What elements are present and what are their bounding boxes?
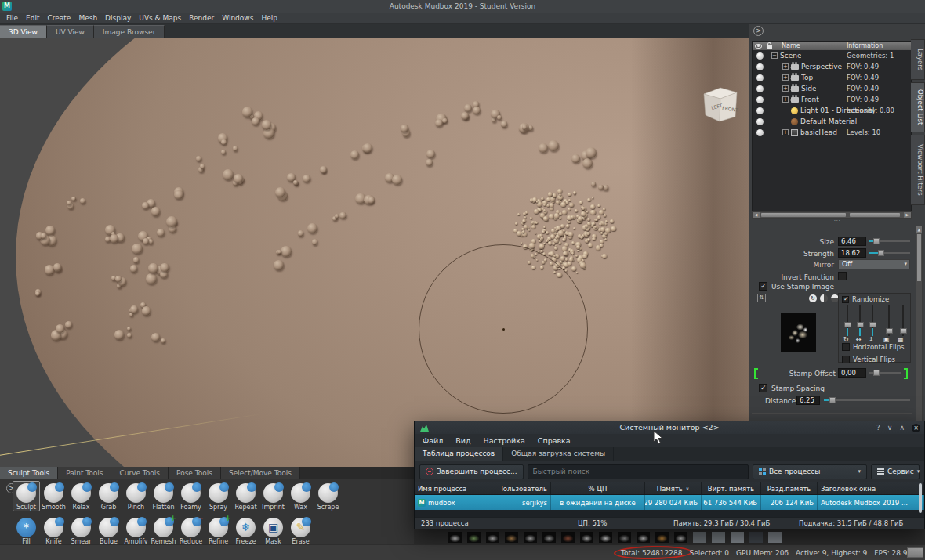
vscroll-thumb[interactable] bbox=[917, 234, 921, 281]
stamp-thumbnail[interactable] bbox=[674, 532, 687, 543]
menu-create[interactable]: Create bbox=[48, 14, 71, 22]
slider-option-icon[interactable]: ↔ bbox=[856, 336, 862, 343]
name-column-header[interactable]: Name bbox=[782, 42, 800, 49]
col-header-цп[interactable]: % ЦП bbox=[551, 482, 645, 494]
slider-handle[interactable] bbox=[869, 322, 876, 327]
menu-display[interactable]: Display bbox=[105, 14, 131, 22]
scene-node-side[interactable]: +SideFOV: 0.49 bbox=[753, 83, 911, 94]
col-header-заголовок-окна[interactable]: Заголовок окна bbox=[818, 482, 924, 494]
randomize-slider-4[interactable] bbox=[888, 305, 890, 336]
slider-option-icon[interactable]: ↕ bbox=[869, 336, 874, 343]
stamp-thumbnail[interactable] bbox=[618, 532, 631, 543]
panel-expand-icon[interactable]: > bbox=[753, 26, 764, 36]
tool-bulge[interactable]: Bulge bbox=[95, 515, 122, 546]
sm-menu-настройка[interactable]: Настройка bbox=[484, 436, 525, 445]
slider-handle[interactable] bbox=[844, 322, 851, 327]
stamp-thumbnail[interactable] bbox=[655, 532, 669, 543]
tool-remesh[interactable]: +Remesh bbox=[150, 515, 177, 546]
visibility-toggle[interactable] bbox=[756, 96, 764, 103]
help-icon[interactable]: ? bbox=[876, 421, 880, 434]
stamp-thumbnail[interactable] bbox=[580, 532, 593, 543]
randomize-slider-2[interactable] bbox=[859, 305, 861, 336]
stamp-thumbnail[interactable] bbox=[448, 532, 462, 543]
scene-node-perspective[interactable]: +PerspectiveFOV: 0.49 bbox=[753, 61, 911, 72]
scene-node-scene[interactable]: −SceneGeometries: 1 bbox=[753, 50, 911, 61]
scene-node-default-material[interactable]: Default Material bbox=[753, 116, 911, 127]
rotate-stamp-icon[interactable]: ↻ bbox=[809, 294, 817, 302]
tool-foamy[interactable]: Foamy bbox=[177, 481, 205, 511]
tool-refine[interactable]: +Refine bbox=[205, 515, 232, 546]
panel-splitter[interactable]: ⋯ bbox=[834, 217, 841, 224]
stamp-thumbnail[interactable] bbox=[524, 532, 537, 543]
slider-handle[interactable] bbox=[900, 328, 907, 334]
col-header-пользователь[interactable]: Пользователь bbox=[502, 482, 551, 494]
tool-knife[interactable]: Knife bbox=[40, 515, 67, 546]
tool-amplify[interactable]: Amplify bbox=[122, 515, 150, 546]
tool-pinch[interactable]: Pinch bbox=[122, 481, 150, 511]
scene-node-light-01-directional[interactable]: Light 01 - DirectionalIntensity: 0.80 bbox=[753, 105, 911, 116]
hscroll-thumb2[interactable] bbox=[850, 213, 900, 217]
use-stamp-image-checkbox[interactable] bbox=[759, 282, 767, 291]
tool-sculpt[interactable]: Sculpt bbox=[13, 481, 40, 511]
sm-menu-вид[interactable]: Вид bbox=[455, 436, 470, 445]
visibility-toggle[interactable] bbox=[756, 74, 764, 81]
collapse-icon[interactable]: − bbox=[771, 52, 778, 59]
sm-menu-файл[interactable]: Файл bbox=[423, 436, 443, 445]
stamp-thumbnail[interactable] bbox=[505, 532, 518, 543]
visibility-toggle[interactable] bbox=[756, 85, 764, 92]
size-slider[interactable] bbox=[869, 237, 910, 246]
slider-handle[interactable] bbox=[857, 322, 864, 327]
strength-slider[interactable] bbox=[869, 248, 910, 258]
scene-node-basichead[interactable]: +basicHeadLevels: 10 bbox=[753, 127, 911, 138]
tool-smear[interactable]: Smear bbox=[67, 515, 95, 546]
stamp-thumbnail[interactable] bbox=[693, 532, 706, 543]
panel-tab-object-list[interactable]: Object List bbox=[911, 82, 925, 132]
maximize-icon[interactable]: ∧ bbox=[899, 421, 905, 434]
visibility-toggle[interactable] bbox=[756, 63, 764, 70]
menu-render[interactable]: Render bbox=[189, 14, 214, 22]
randomize-slider-3[interactable] bbox=[872, 305, 873, 336]
stamp-offset-slider[interactable] bbox=[869, 368, 901, 378]
tool-erase[interactable]: Erase bbox=[287, 515, 314, 546]
tool-imprint[interactable]: Imprint bbox=[259, 481, 287, 511]
rollup-icon[interactable]: ∨ bbox=[887, 421, 893, 434]
view-cube[interactable]: LEFT FRONT bbox=[699, 84, 742, 125]
tray-tab-curve-tools[interactable]: Curve Tools bbox=[111, 467, 169, 479]
menu-mesh[interactable]: Mesh bbox=[78, 14, 97, 22]
randomize-checkbox[interactable] bbox=[842, 296, 849, 303]
stamp-thumbnail[interactable] bbox=[542, 532, 556, 543]
panel-tab-layers[interactable]: Layers bbox=[911, 39, 925, 80]
menu-file[interactable]: File bbox=[6, 14, 18, 22]
visibility-toggle[interactable] bbox=[756, 118, 764, 125]
sculpt-viewport[interactable]: LEFT FRONT bbox=[0, 38, 749, 467]
system-monitor-titlebar[interactable]: Системный монитор <2> ? ∨ ∧ × bbox=[415, 421, 924, 434]
scene-node-front[interactable]: +FrontFOV: 0.49 bbox=[753, 94, 911, 105]
scroll-right-icon[interactable]: ▶ bbox=[904, 212, 911, 218]
tray-tab-paint-tools[interactable]: Paint Tools bbox=[58, 467, 111, 479]
tool-freeze[interactable]: Freeze bbox=[232, 515, 259, 546]
information-column-header[interactable]: Information bbox=[847, 42, 883, 49]
mirror-dropdown[interactable]: Off ▾ bbox=[838, 259, 910, 269]
tool-smooth[interactable]: Smooth bbox=[40, 481, 67, 511]
tool-fill[interactable]: Fill bbox=[13, 515, 40, 546]
stamp-thumbnail[interactable] bbox=[731, 532, 744, 543]
tool-spray[interactable]: Spray bbox=[205, 481, 232, 511]
scene-node-top[interactable]: +TopFOV: 0.49 bbox=[753, 72, 911, 83]
flip-horizontal-icon[interactable] bbox=[820, 294, 828, 302]
tool-wax[interactable]: Wax bbox=[287, 481, 314, 511]
process-filter-dropdown[interactable]: Все процессы ▾ bbox=[753, 464, 867, 479]
slider-option-icon[interactable]: ↻ bbox=[843, 336, 849, 343]
visibility-toggle[interactable] bbox=[756, 129, 764, 136]
tool-mask[interactable]: Mask bbox=[259, 515, 287, 546]
sm-menu-справка[interactable]: Справка bbox=[538, 436, 571, 445]
size-input[interactable]: 6,46 bbox=[838, 237, 866, 246]
distance-input[interactable]: 6.25 bbox=[796, 396, 820, 405]
stamp-thumbnail[interactable] bbox=[599, 532, 612, 543]
tool-reduce[interactable]: −Reduce bbox=[177, 515, 205, 546]
stamp-thumbnail[interactable] bbox=[749, 532, 763, 543]
col-header-вирт-память[interactable]: Вирт. память bbox=[702, 482, 761, 494]
process-table-scrollbar[interactable] bbox=[919, 483, 922, 513]
close-icon[interactable]: × bbox=[912, 424, 920, 432]
quick-search-input[interactable] bbox=[528, 464, 749, 479]
stamp-thumbnail[interactable] bbox=[768, 532, 782, 543]
